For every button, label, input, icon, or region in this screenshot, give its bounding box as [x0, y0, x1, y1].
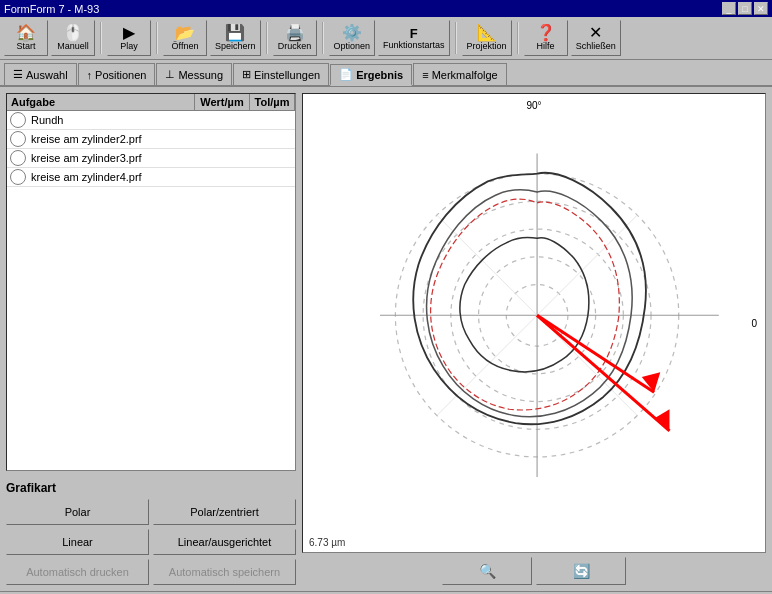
title-bar: FormForm 7 - M-93 _ □ ✕	[0, 0, 772, 17]
rotate-icon: 🔄	[573, 563, 590, 579]
toolbar-start-label: Start	[16, 41, 35, 51]
zoom-icon: 🔍	[479, 563, 496, 579]
positionen-icon: ↑	[87, 69, 93, 81]
rotate-tool-button[interactable]: 🔄	[536, 557, 626, 585]
chart-label-0: 0	[751, 318, 757, 329]
svg-marker-12	[654, 409, 669, 431]
close-button[interactable]: ✕	[754, 2, 768, 15]
linear-ausgerichtet-button[interactable]: Linear/ausgerichtet	[153, 529, 296, 555]
messung-icon: ⊥	[165, 68, 175, 81]
zoom-tool-button[interactable]: 🔍	[442, 557, 532, 585]
row-label-zyl4: kreise am zylinder4.prf	[29, 170, 195, 184]
left-panel: Aufgabe Wert/µm Tol/µm Rundh kreise am z…	[6, 93, 296, 585]
einstellungen-icon: ⊞	[242, 68, 251, 81]
svg-line-9	[537, 315, 654, 392]
main-content: Aufgabe Wert/µm Tol/µm Rundh kreise am z…	[0, 87, 772, 591]
toolbar-projektion-label: Projektion	[467, 41, 507, 51]
tab-auswahl[interactable]: ☰ Auswahl	[4, 63, 77, 85]
tab-einstellungen[interactable]: ⊞ Einstellungen	[233, 63, 329, 85]
toolbar-schliessen-button[interactable]: ✕ Schließen	[571, 20, 621, 56]
toolbar-play-button[interactable]: ▶ Play	[107, 20, 151, 56]
table-header: Aufgabe Wert/µm Tol/µm	[7, 94, 295, 111]
toolbar: 🏠 Start 🖱️ Manuell ▶ Play 📂 Öffnen 💾 Spe…	[0, 17, 772, 60]
projektion-icon: 📐	[477, 25, 497, 41]
chart-tools: 🔍 🔄	[302, 557, 766, 585]
task-table: Aufgabe Wert/µm Tol/µm Rundh kreise am z…	[6, 93, 296, 471]
speichern-icon: 💾	[225, 25, 245, 41]
table-row[interactable]: kreise am zylinder3.prf	[7, 149, 295, 168]
toolbar-manuell-label: Manuell	[57, 41, 89, 51]
manuell-icon: 🖱️	[63, 25, 83, 41]
toolbar-optionen-button[interactable]: ⚙️ Optionen	[329, 20, 376, 56]
auswahl-icon: ☰	[13, 68, 23, 81]
polar-zentriert-button[interactable]: Polar/zentriert	[153, 499, 296, 525]
toolbar-separator-4	[322, 22, 324, 54]
toolbar-separator-1	[100, 22, 102, 54]
grafikart-title: Grafikart	[6, 481, 296, 495]
polar-chart-svg	[303, 94, 765, 552]
toolbar-speichern-label: Speichern	[215, 41, 256, 51]
row-icon-zyl3	[10, 150, 26, 166]
tab-messung[interactable]: ⊥ Messung	[156, 63, 232, 85]
funktionstartas-icon: F	[410, 27, 418, 40]
window-title: FormForm 7 - M-93	[4, 3, 99, 15]
col-aufgabe: Aufgabe	[7, 94, 195, 110]
toolbar-funktionstartas-button[interactable]: F Funktionstartas	[378, 20, 450, 56]
toolbar-oeffnen-button[interactable]: 📂 Öffnen	[163, 20, 207, 56]
row-icon-zyl2	[10, 131, 26, 147]
toolbar-separator-5	[455, 22, 457, 54]
toolbar-optionen-label: Optionen	[334, 41, 371, 51]
toolbar-funktionstartas-label: Funktionstartas	[383, 40, 445, 50]
tab-merkmalfolge[interactable]: ≡ Merkmalfolge	[413, 63, 506, 85]
col-wert: Wert/µm	[195, 94, 250, 110]
toolbar-play-label: Play	[120, 41, 138, 51]
toolbar-start-button[interactable]: 🏠 Start	[4, 20, 48, 56]
automatisch-speichern-button[interactable]: Automatisch speichern	[153, 559, 296, 585]
toolbar-hilfe-button[interactable]: ❓ Hilfe	[524, 20, 568, 56]
play-icon: ▶	[123, 25, 135, 41]
optionen-icon: ⚙️	[342, 25, 362, 41]
toolbar-separator-2	[156, 22, 158, 54]
toolbar-hilfe-label: Hilfe	[537, 41, 555, 51]
toolbar-manuell-button[interactable]: 🖱️ Manuell	[51, 20, 95, 56]
merkmalfolge-icon: ≡	[422, 69, 428, 81]
grafikart-grid: Polar Polar/zentriert Linear Linear/ausg…	[6, 499, 296, 585]
tab-bar: ☰ Auswahl ↑ Positionen ⊥ Messung ⊞ Einst…	[0, 60, 772, 87]
toolbar-oeffnen-label: Öffnen	[172, 41, 199, 51]
toolbar-projektion-button[interactable]: 📐 Projektion	[462, 20, 512, 56]
toolbar-speichern-button[interactable]: 💾 Speichern	[210, 20, 261, 56]
toolbar-drucken-button[interactable]: 🖨️ Drucken	[273, 20, 317, 56]
row-icon-rundh	[10, 112, 26, 128]
row-label-zyl2: kreise am zylinder2.prf	[29, 132, 195, 146]
table-row[interactable]: Rundh	[7, 111, 295, 130]
start-icon: 🏠	[16, 25, 36, 41]
row-label-rundh: Rundh	[29, 113, 195, 127]
window-controls: _ □ ✕	[722, 2, 768, 15]
linear-button[interactable]: Linear	[6, 529, 149, 555]
polar-button[interactable]: Polar	[6, 499, 149, 525]
grafikart-section: Grafikart Polar Polar/zentriert Linear L…	[6, 481, 296, 585]
toolbar-separator-6	[517, 22, 519, 54]
chart-label-90: 90°	[526, 100, 541, 111]
row-icon-zyl4	[10, 169, 26, 185]
oeffnen-icon: 📂	[175, 25, 195, 41]
ergebnis-icon: 📄	[339, 68, 353, 81]
maximize-button[interactable]: □	[738, 2, 752, 15]
schliessen-icon: ✕	[589, 25, 602, 41]
table-row[interactable]: kreise am zylinder2.prf	[7, 130, 295, 149]
polar-chart: 90° 0 6.73 µm	[302, 93, 766, 553]
automatisch-drucken-button[interactable]: Automatisch drucken	[6, 559, 149, 585]
drucken-icon: 🖨️	[285, 25, 305, 41]
toolbar-schliessen-label: Schließen	[576, 41, 616, 51]
tab-ergebnis[interactable]: 📄 Ergebnis	[330, 64, 412, 86]
row-label-zyl3: kreise am zylinder3.prf	[29, 151, 195, 165]
col-tol: Tol/µm	[250, 94, 295, 110]
minimize-button[interactable]: _	[722, 2, 736, 15]
table-row[interactable]: kreise am zylinder4.prf	[7, 168, 295, 187]
toolbar-separator-3	[266, 22, 268, 54]
tab-positionen[interactable]: ↑ Positionen	[78, 63, 156, 85]
toolbar-drucken-label: Drucken	[278, 41, 312, 51]
right-panel: 90° 0 6.73 µm	[302, 93, 766, 585]
hilfe-icon: ❓	[536, 25, 556, 41]
chart-label-bottom: 6.73 µm	[309, 537, 345, 548]
